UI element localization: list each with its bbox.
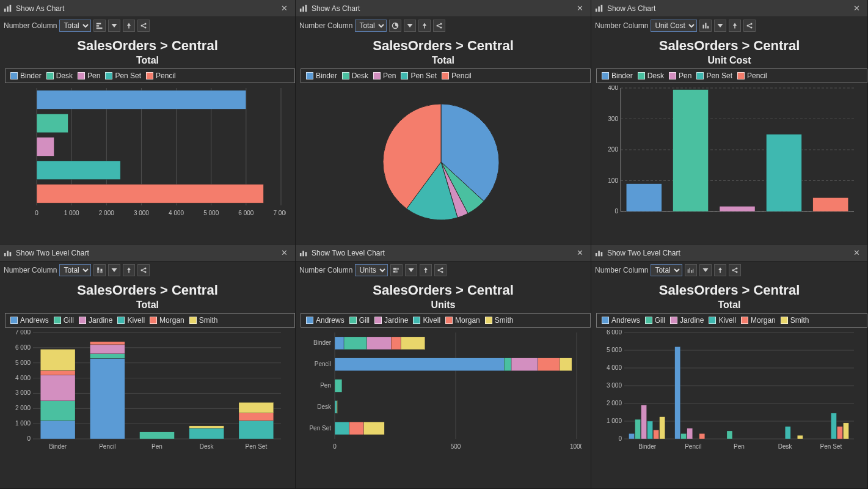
chart-type-dropdown[interactable] — [714, 20, 726, 32]
toolbar: Number Column Units — [296, 262, 591, 279]
legend-item[interactable]: Kivell — [709, 316, 736, 325]
legend-item[interactable]: Desk — [342, 72, 368, 80]
chart-type-button[interactable] — [93, 20, 106, 32]
chart-plot-area: 01 0002 0003 0004 0005 0006 0007 000 — [0, 86, 295, 244]
svg-rect-173 — [647, 421, 653, 439]
share-button[interactable] — [137, 20, 150, 32]
legend-item[interactable]: Morgan — [445, 316, 480, 325]
chart-type-button[interactable] — [93, 264, 106, 276]
svg-rect-67 — [98, 270, 100, 273]
share-button[interactable] — [433, 20, 445, 32]
svg-text:Pen: Pen — [320, 382, 331, 389]
toolbar: Number Column Total — [0, 262, 295, 279]
move-up-button[interactable] — [123, 264, 135, 276]
share-button[interactable] — [137, 264, 150, 276]
chart-type-button[interactable] — [685, 264, 697, 276]
number-column-select[interactable]: Total — [59, 20, 91, 32]
svg-rect-109 — [300, 253, 302, 256]
legend-item[interactable]: Pen Set — [401, 72, 437, 80]
svg-text:3 000: 3 000 — [134, 210, 149, 216]
legend-item[interactable]: Pencil — [442, 72, 472, 80]
close-button[interactable]: ✕ — [850, 2, 864, 14]
legend-item[interactable]: Binder — [602, 72, 633, 80]
chart-type-dropdown[interactable] — [108, 264, 120, 276]
svg-rect-127 — [367, 337, 392, 350]
svg-rect-90 — [40, 401, 75, 421]
legend-item[interactable]: Pen — [373, 72, 396, 80]
legend-item[interactable]: Desk — [46, 72, 73, 80]
legend-item[interactable]: Andrews — [10, 316, 49, 325]
number-column-select[interactable]: Total — [355, 20, 387, 32]
share-button[interactable] — [729, 264, 741, 276]
legend-item[interactable]: Pencil — [737, 72, 767, 80]
legend-item[interactable]: Smith — [189, 316, 218, 325]
legend-item[interactable]: Jardine — [670, 316, 704, 325]
legend-item[interactable]: Pen Set — [696, 72, 732, 80]
legend-item[interactable]: Kivell — [117, 316, 145, 325]
number-column-label: Number Column — [595, 266, 648, 274]
chart-type-dropdown[interactable] — [404, 20, 416, 32]
move-up-button[interactable] — [418, 20, 431, 32]
svg-rect-149 — [688, 270, 689, 273]
svg-rect-2 — [10, 4, 12, 11]
legend-item[interactable]: Pen — [669, 72, 691, 80]
svg-rect-151 — [691, 270, 693, 273]
close-button[interactable]: ✕ — [277, 247, 291, 259]
close-button[interactable]: ✕ — [850, 247, 864, 259]
legend-item[interactable]: Smith — [781, 316, 809, 325]
svg-rect-133 — [511, 358, 538, 371]
share-button[interactable] — [434, 264, 447, 276]
legend-item[interactable]: Binder — [10, 72, 42, 80]
chart-panel: Show As Chart ✕ Number Column Unit Cost … — [591, 0, 868, 244]
legend-item[interactable]: Pen Set — [105, 72, 141, 80]
chart-type-button[interactable] — [389, 20, 401, 32]
legend-item[interactable]: Pen — [78, 72, 100, 80]
move-up-button[interactable] — [420, 264, 432, 276]
number-column-select[interactable]: Units — [355, 264, 388, 276]
chart-type-button[interactable] — [699, 20, 712, 32]
svg-text:300: 300 — [608, 116, 618, 122]
number-column-select[interactable]: Total — [59, 264, 91, 276]
legend-item[interactable]: Jardine — [79, 316, 112, 325]
chart-type-button[interactable] — [390, 264, 403, 276]
legend-item[interactable]: Desk — [638, 72, 664, 80]
number-column-select[interactable]: Unit Cost — [651, 20, 697, 32]
close-button[interactable]: ✕ — [277, 2, 291, 14]
share-button[interactable] — [743, 20, 756, 32]
chart-type-dropdown[interactable] — [699, 264, 712, 276]
legend-item[interactable]: Binder — [306, 72, 337, 80]
legend-item[interactable]: Andrews — [602, 316, 640, 325]
legend-item[interactable]: Smith — [485, 316, 514, 325]
legend-item[interactable]: Andrews — [306, 316, 345, 325]
two-level-icon — [595, 249, 604, 257]
legend-item[interactable]: Pencil — [146, 72, 176, 80]
panel-title: Show Two Level Chart — [16, 249, 277, 257]
legend-item[interactable]: Morgan — [741, 316, 776, 325]
close-button[interactable]: ✕ — [573, 2, 587, 14]
chart-plot-area: 05001000BinderPencilPenDeskPen Set — [296, 330, 591, 488]
legend: BinderDeskPenPen SetPencil — [5, 68, 295, 83]
legend-item[interactable]: Kivell — [413, 316, 440, 325]
chart-type-dropdown[interactable] — [405, 264, 417, 276]
svg-rect-128 — [391, 337, 401, 350]
svg-rect-42 — [707, 26, 709, 29]
svg-text:0: 0 — [618, 435, 622, 442]
move-up-button[interactable] — [714, 264, 726, 276]
svg-rect-129 — [401, 337, 425, 350]
legend-item[interactable]: Gill — [645, 316, 665, 325]
chart-type-dropdown[interactable] — [108, 20, 120, 32]
svg-text:6 000: 6 000 — [15, 344, 31, 351]
legend-item[interactable]: Jardine — [374, 316, 408, 325]
close-button[interactable]: ✕ — [573, 247, 587, 259]
number-column-label: Number Column — [595, 21, 648, 30]
svg-text:400: 400 — [608, 86, 618, 91]
panel-header: Show As Chart ✕ — [591, 0, 867, 17]
legend-item[interactable]: Gill — [54, 316, 74, 325]
panel-title: Show Two Level Chart — [312, 249, 573, 257]
legend-item[interactable]: Gill — [349, 316, 370, 325]
number-column-select[interactable]: Total — [651, 264, 682, 276]
toolbar: Number Column Total — [0, 17, 295, 34]
move-up-button[interactable] — [123, 20, 135, 32]
move-up-button[interactable] — [729, 20, 741, 32]
legend-item[interactable]: Morgan — [150, 316, 184, 325]
